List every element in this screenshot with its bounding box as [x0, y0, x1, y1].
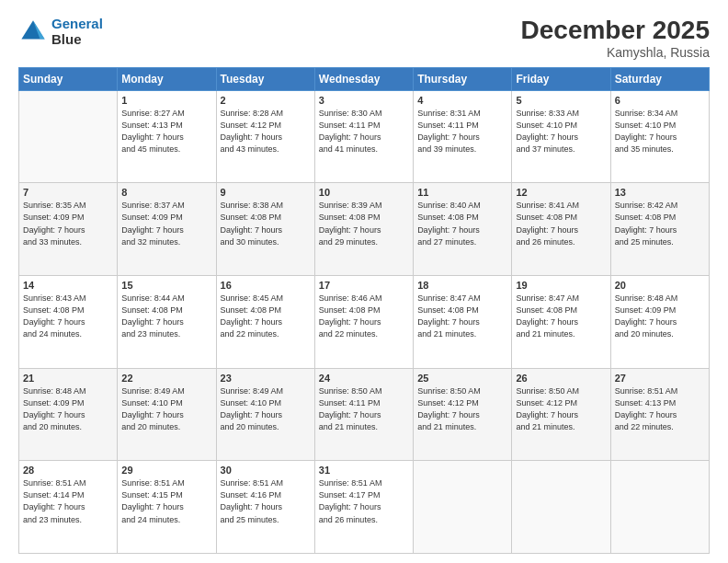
day-cell: 20Sunrise: 8:48 AMSunset: 4:09 PMDayligh…	[610, 276, 709, 369]
day-number: 10	[319, 187, 409, 198]
day-cell: 21Sunrise: 8:48 AMSunset: 4:09 PMDayligh…	[19, 368, 118, 461]
day-info: Sunrise: 8:42 AMSunset: 4:08 PMDaylight:…	[615, 200, 705, 247]
day-info: Sunrise: 8:49 AMSunset: 4:10 PMDaylight:…	[121, 385, 211, 433]
day-number: 16	[221, 280, 311, 291]
page: General Blue December 2025 Kamyshla, Rus…	[0, 0, 728, 563]
day-number: 29	[121, 465, 211, 476]
day-cell	[414, 461, 512, 554]
day-number: 1	[121, 95, 211, 106]
day-info: Sunrise: 8:46 AMSunset: 4:08 PMDaylight:…	[319, 293, 409, 340]
day-info: Sunrise: 8:35 AMSunset: 4:09 PMDaylight:…	[23, 200, 113, 247]
day-number: 21	[23, 373, 113, 384]
day-info: Sunrise: 8:47 AMSunset: 4:08 PMDaylight:…	[516, 293, 606, 340]
day-info: Sunrise: 8:30 AMSunset: 4:11 PMDaylight:…	[319, 108, 409, 155]
day-number: 17	[319, 280, 409, 291]
day-cell: 11Sunrise: 8:40 AMSunset: 4:08 PMDayligh…	[414, 183, 512, 276]
day-cell: 3Sunrise: 8:30 AMSunset: 4:11 PMDaylight…	[314, 90, 413, 183]
day-cell: 13Sunrise: 8:42 AMSunset: 4:08 PMDayligh…	[610, 183, 709, 276]
day-info: Sunrise: 8:41 AMSunset: 4:08 PMDaylight:…	[516, 200, 606, 247]
col-header-wednesday: Wednesday	[314, 67, 413, 90]
subtitle: Kamyshla, Russia	[521, 45, 710, 60]
day-number: 11	[417, 187, 507, 198]
title-block: December 2025 Kamyshla, Russia	[521, 17, 710, 60]
day-cell: 12Sunrise: 8:41 AMSunset: 4:08 PMDayligh…	[512, 183, 610, 276]
day-number: 24	[319, 373, 409, 384]
day-info: Sunrise: 8:43 AMSunset: 4:08 PMDaylight:…	[23, 293, 113, 340]
day-cell: 15Sunrise: 8:44 AMSunset: 4:08 PMDayligh…	[118, 276, 216, 369]
day-info: Sunrise: 8:28 AMSunset: 4:12 PMDaylight:…	[221, 108, 311, 155]
col-header-tuesday: Tuesday	[216, 67, 314, 90]
col-header-thursday: Thursday	[414, 67, 512, 90]
day-info: Sunrise: 8:27 AMSunset: 4:13 PMDaylight:…	[121, 108, 211, 155]
header: General Blue December 2025 Kamyshla, Rus…	[18, 17, 710, 60]
day-number: 27	[615, 373, 705, 384]
day-cell: 6Sunrise: 8:34 AMSunset: 4:10 PMDaylight…	[610, 90, 709, 183]
day-cell: 17Sunrise: 8:46 AMSunset: 4:08 PMDayligh…	[314, 276, 413, 369]
day-info: Sunrise: 8:33 AMSunset: 4:10 PMDaylight:…	[516, 108, 606, 155]
day-info: Sunrise: 8:51 AMSunset: 4:16 PMDaylight:…	[221, 477, 311, 525]
week-row-0: 1Sunrise: 8:27 AMSunset: 4:13 PMDaylight…	[19, 90, 710, 183]
day-number: 6	[615, 95, 705, 106]
day-cell: 4Sunrise: 8:31 AMSunset: 4:11 PMDaylight…	[414, 90, 512, 183]
day-info: Sunrise: 8:37 AMSunset: 4:09 PMDaylight:…	[121, 200, 211, 247]
day-cell: 5Sunrise: 8:33 AMSunset: 4:10 PMDaylight…	[512, 90, 610, 183]
day-info: Sunrise: 8:34 AMSunset: 4:10 PMDaylight:…	[615, 108, 705, 155]
day-cell	[610, 461, 709, 554]
day-cell: 22Sunrise: 8:49 AMSunset: 4:10 PMDayligh…	[118, 368, 216, 461]
day-cell: 23Sunrise: 8:49 AMSunset: 4:10 PMDayligh…	[216, 368, 314, 461]
day-cell	[19, 90, 118, 183]
day-number: 15	[121, 280, 211, 291]
day-info: Sunrise: 8:47 AMSunset: 4:08 PMDaylight:…	[417, 293, 507, 340]
day-number: 26	[516, 373, 606, 384]
day-cell: 18Sunrise: 8:47 AMSunset: 4:08 PMDayligh…	[414, 276, 512, 369]
day-info: Sunrise: 8:50 AMSunset: 4:12 PMDaylight:…	[417, 385, 507, 433]
day-info: Sunrise: 8:50 AMSunset: 4:12 PMDaylight:…	[516, 385, 606, 433]
day-number: 20	[615, 280, 705, 291]
day-cell: 8Sunrise: 8:37 AMSunset: 4:09 PMDaylight…	[118, 183, 216, 276]
day-number: 13	[615, 187, 705, 198]
week-row-3: 21Sunrise: 8:48 AMSunset: 4:09 PMDayligh…	[19, 368, 710, 461]
day-number: 22	[121, 373, 211, 384]
day-cell: 31Sunrise: 8:51 AMSunset: 4:17 PMDayligh…	[314, 461, 413, 554]
day-info: Sunrise: 8:51 AMSunset: 4:14 PMDaylight:…	[23, 477, 113, 525]
day-cell: 25Sunrise: 8:50 AMSunset: 4:12 PMDayligh…	[414, 368, 512, 461]
day-info: Sunrise: 8:51 AMSunset: 4:17 PMDaylight:…	[319, 477, 409, 525]
day-number: 25	[417, 373, 507, 384]
day-number: 4	[417, 95, 507, 106]
day-cell: 28Sunrise: 8:51 AMSunset: 4:14 PMDayligh…	[19, 461, 118, 554]
day-info: Sunrise: 8:51 AMSunset: 4:15 PMDaylight:…	[121, 477, 211, 525]
logo-text: General Blue	[51, 17, 103, 47]
day-number: 31	[319, 465, 409, 476]
day-info: Sunrise: 8:40 AMSunset: 4:08 PMDaylight:…	[417, 200, 507, 247]
day-info: Sunrise: 8:48 AMSunset: 4:09 PMDaylight:…	[615, 293, 705, 340]
day-cell	[512, 461, 610, 554]
day-info: Sunrise: 8:38 AMSunset: 4:08 PMDaylight:…	[221, 200, 311, 247]
week-row-4: 28Sunrise: 8:51 AMSunset: 4:14 PMDayligh…	[19, 461, 710, 554]
day-cell: 1Sunrise: 8:27 AMSunset: 4:13 PMDaylight…	[118, 90, 216, 183]
day-number: 28	[23, 465, 113, 476]
day-cell: 9Sunrise: 8:38 AMSunset: 4:08 PMDaylight…	[216, 183, 314, 276]
logo-icon	[18, 17, 48, 47]
day-cell: 7Sunrise: 8:35 AMSunset: 4:09 PMDaylight…	[19, 183, 118, 276]
day-number: 19	[516, 280, 606, 291]
week-row-1: 7Sunrise: 8:35 AMSunset: 4:09 PMDaylight…	[19, 183, 710, 276]
main-title: December 2025	[521, 17, 710, 45]
day-cell: 10Sunrise: 8:39 AMSunset: 4:08 PMDayligh…	[314, 183, 413, 276]
day-number: 9	[221, 187, 311, 198]
day-info: Sunrise: 8:31 AMSunset: 4:11 PMDaylight:…	[417, 108, 507, 155]
day-info: Sunrise: 8:39 AMSunset: 4:08 PMDaylight:…	[319, 200, 409, 247]
day-number: 14	[23, 280, 113, 291]
day-number: 8	[121, 187, 211, 198]
day-info: Sunrise: 8:49 AMSunset: 4:10 PMDaylight:…	[221, 385, 311, 433]
day-cell: 30Sunrise: 8:51 AMSunset: 4:16 PMDayligh…	[216, 461, 314, 554]
day-number: 5	[516, 95, 606, 106]
day-number: 30	[221, 465, 311, 476]
day-number: 2	[221, 95, 311, 106]
col-header-saturday: Saturday	[610, 67, 709, 90]
col-header-sunday: Sunday	[19, 67, 118, 90]
day-cell: 19Sunrise: 8:47 AMSunset: 4:08 PMDayligh…	[512, 276, 610, 369]
day-number: 3	[319, 95, 409, 106]
col-header-monday: Monday	[118, 67, 216, 90]
day-info: Sunrise: 8:50 AMSunset: 4:11 PMDaylight:…	[319, 385, 409, 433]
col-header-friday: Friday	[512, 67, 610, 90]
